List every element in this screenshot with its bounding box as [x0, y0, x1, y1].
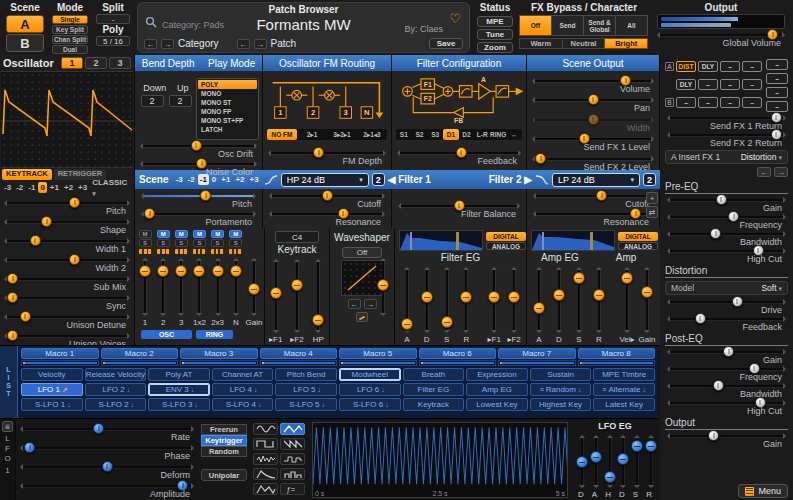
filter1-slider[interactable]: Resonance [267, 208, 387, 226]
mod-source-cell[interactable]: LFO 1 [21, 383, 83, 396]
macro-value-bar[interactable] [180, 360, 258, 366]
slider-handle[interactable] [460, 291, 472, 303]
macro-label[interactable]: Macro 1 [21, 348, 99, 359]
global-volume-slider[interactable]: Global Volume [655, 29, 787, 48]
lfo-eg-slider[interactable]: D [615, 433, 629, 500]
slider-track[interactable] [668, 318, 785, 320]
lfo-eg-slider[interactable]: H [601, 433, 615, 500]
macro-label[interactable]: Macro 8 [578, 348, 656, 359]
fx-slot[interactable]: – [766, 87, 788, 98]
mod-source-cell[interactable]: LFO 6 [339, 383, 401, 396]
filter-config-option[interactable]: RING [490, 129, 506, 140]
slider-handle[interactable] [708, 430, 719, 441]
mod-source-cell[interactable]: S-LFO 3 [148, 398, 210, 411]
osc-param-slider[interactable]: Shape [2, 216, 132, 235]
mod-source-cell[interactable]: LFO 2 [85, 383, 147, 396]
slider-track[interactable] [5, 297, 129, 299]
mod-source-cell[interactable]: Random [530, 383, 592, 396]
mode-option[interactable]: Key Split [52, 25, 88, 34]
filter-config-option[interactable]: S2 [412, 129, 428, 140]
lfo-param-slider[interactable]: Amplitude [18, 480, 196, 499]
mod-source-cell[interactable]: Filter EG [403, 383, 465, 396]
slider-handle[interactable] [621, 272, 633, 284]
slider-track[interactable] [668, 117, 785, 119]
slider-track[interactable] [21, 485, 193, 487]
mod-source-cell[interactable]: LFO 4 [212, 383, 274, 396]
category-next-button[interactable]: → [161, 39, 174, 49]
bend-down-value[interactable]: 2 [141, 95, 164, 107]
fx-slot[interactable]: – [742, 79, 762, 90]
mixer-level-slider[interactable] [137, 256, 153, 318]
fx-slot[interactable]: – [766, 73, 788, 84]
fm-depth-slider[interactable]: FM Depth [266, 147, 388, 166]
lfo-waveform-display[interactable]: 0 s2.5 s5 s [312, 422, 568, 498]
filter-config-option[interactable]: D1 [443, 129, 459, 140]
slider-handle[interactable] [508, 291, 520, 303]
slider-handle[interactable] [732, 296, 743, 307]
play-mode-option[interactable]: MONO ST+FP [198, 116, 257, 125]
slider-handle[interactable] [533, 302, 545, 314]
slider-handle[interactable] [7, 273, 18, 284]
macro-label[interactable]: Macro 4 [260, 348, 338, 359]
slider-handle[interactable] [24, 442, 35, 453]
mute-button[interactable]: M [193, 230, 206, 238]
macro-value-bar[interactable] [498, 360, 576, 366]
mod-source-cell[interactable]: Poly AT [148, 368, 210, 381]
scene-slider[interactable]: Portamento [139, 208, 258, 226]
osc-param-slider[interactable]: Width 1 [2, 235, 132, 254]
split-value[interactable]: - [96, 14, 130, 24]
mute-button[interactable]: M [211, 230, 224, 238]
fx-bypass-option[interactable]: All [615, 15, 648, 36]
lfo-eg-slider[interactable]: A [588, 433, 602, 500]
slider-handle[interactable] [200, 190, 211, 201]
eg-send-slider[interactable]: ▸F1 [484, 265, 504, 345]
slider-track[interactable] [269, 152, 385, 154]
scene-a-button[interactable]: A [6, 15, 44, 33]
fx-param-slider[interactable]: Bandwidth [665, 380, 788, 397]
feedback-slider[interactable]: Feedback [395, 147, 523, 166]
fx-slot[interactable]: – [742, 97, 762, 108]
favorite-heart-icon[interactable]: ♡ [449, 13, 461, 25]
fm-route-option[interactable]: 2▸1◂3 [357, 129, 387, 140]
slider-handle[interactable] [456, 147, 467, 158]
slider-handle[interactable] [401, 318, 413, 330]
macro-value-bar[interactable] [339, 360, 417, 366]
waveshaper-analyze-button[interactable] [356, 312, 368, 322]
poly-value[interactable]: 5 / 16 [96, 36, 130, 46]
lfo-trigger-option[interactable]: Random [201, 446, 247, 457]
slider-handle[interactable] [30, 235, 41, 246]
filter2-offset-button[interactable]: + [646, 192, 658, 204]
mod-source-cell[interactable]: S-LFO 1 [21, 398, 83, 411]
status-button[interactable]: MPE [477, 16, 513, 27]
fx-slot-selector[interactable]: A Insert FX 1 Distortion [665, 150, 788, 164]
slider-handle[interactable] [713, 380, 724, 391]
fx-bypass-option[interactable]: Send [551, 15, 584, 36]
slider-handle[interactable] [20, 311, 31, 322]
digital-button[interactable]: DIGITAL [486, 232, 526, 241]
filter2-slider[interactable]: Cutoff [531, 190, 655, 208]
slider-handle[interactable] [617, 453, 629, 465]
slider-track[interactable] [5, 259, 129, 261]
slider-track[interactable] [5, 240, 129, 242]
slider-handle[interactable] [248, 283, 260, 295]
slider-handle[interactable] [7, 330, 18, 341]
slider-handle[interactable] [723, 346, 734, 357]
filter-config-option[interactable]: ↔ [506, 129, 522, 140]
fm-routing-diagram[interactable]: 12 3N [265, 73, 389, 129]
mixer-level-slider[interactable] [155, 256, 171, 318]
slider-handle[interactable] [695, 313, 706, 324]
slider-track[interactable] [142, 213, 255, 215]
analog-button[interactable]: ANALOG [618, 242, 658, 250]
filter1-slider[interactable]: Cutoff [267, 190, 387, 208]
fx-bypass-option[interactable]: Off [519, 15, 552, 36]
keytrack-root-note[interactable]: C4 [275, 231, 319, 243]
lfo-shape-triangle[interactable] [280, 423, 305, 435]
fx-param-slider[interactable]: Gain [665, 430, 788, 447]
route-indicator[interactable] [193, 249, 206, 254]
mode-option[interactable]: Single [52, 15, 88, 24]
slider-handle[interactable] [593, 289, 605, 301]
filter-config-diagram[interactable]: F1 F2 A FB [394, 73, 524, 129]
osc-octave-option[interactable]: +2 [62, 182, 75, 193]
slider-track[interactable] [668, 402, 785, 404]
slider-handle[interactable] [69, 254, 80, 265]
